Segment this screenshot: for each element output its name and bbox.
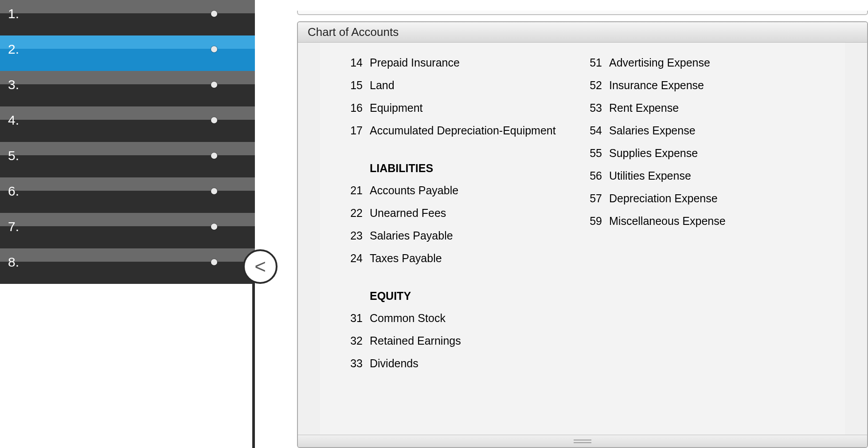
- account-name: Depreciation Expense: [609, 193, 718, 204]
- sidebar-step-label: 4.: [8, 113, 19, 128]
- sidebar-step-5[interactable]: 5.: [0, 142, 255, 177]
- account-number: 21: [347, 185, 363, 196]
- account-row: 32Retained Earnings: [347, 330, 568, 352]
- status-dot-icon: [211, 224, 217, 230]
- account-number: 14: [347, 57, 363, 68]
- account-number: 56: [586, 170, 602, 181]
- account-number: 16: [347, 102, 363, 114]
- chart-of-accounts-panel: Chart of Accounts 14Prepaid Insurance15L…: [297, 21, 868, 448]
- sidebar-step-label: 7.: [8, 219, 19, 234]
- account-row: 31Common Stock: [347, 307, 568, 330]
- account-row: 53Rent Expense: [586, 97, 746, 119]
- sidebar-step-2[interactable]: 2.: [0, 35, 255, 71]
- sidebar-step-4[interactable]: 4.: [0, 106, 255, 142]
- account-name: Unearned Fees: [370, 208, 446, 219]
- account-number: 52: [586, 80, 602, 91]
- account-number: 17: [347, 125, 363, 136]
- account-row: 23Salaries Payable: [347, 224, 568, 247]
- sidebar-step-label: 1.: [8, 6, 19, 21]
- account-number: 15: [347, 80, 363, 91]
- sidebar-step-label: 3.: [8, 77, 19, 92]
- main-area: Chart of Accounts 14Prepaid Insurance15L…: [297, 0, 868, 448]
- account-name: Utilities Expense: [609, 170, 691, 181]
- account-name: Salaries Payable: [370, 230, 453, 241]
- account-name: Rent Expense: [609, 102, 679, 114]
- account-row: 55Supplies Expense: [586, 142, 746, 165]
- account-section-heading: LIABILITIES: [347, 142, 568, 179]
- panel-header: Chart of Accounts: [298, 22, 867, 43]
- sidebar-step-label: 5.: [8, 148, 19, 163]
- account-row: 14Prepaid Insurance: [347, 51, 568, 74]
- account-name: Salaries Expense: [609, 125, 696, 136]
- sidebar-step-label: 6.: [8, 184, 19, 199]
- sidebar-step-label: 2.: [8, 42, 19, 57]
- account-number: 59: [586, 216, 602, 227]
- sidebar-step-3[interactable]: 3.: [0, 71, 255, 106]
- account-number: 23: [347, 230, 363, 241]
- status-dot-icon: [211, 82, 217, 88]
- account-number: 57: [586, 193, 602, 204]
- account-row: 21Accounts Payable: [347, 179, 568, 202]
- account-name: Accounts Payable: [370, 185, 458, 196]
- account-section-heading: EQUITY: [347, 270, 568, 307]
- account-number: 33: [347, 358, 363, 369]
- account-name: Advertising Expense: [609, 57, 710, 68]
- account-row: 24Taxes Payable: [347, 247, 568, 270]
- account-number: 22: [347, 208, 363, 219]
- collapse-sidebar-button[interactable]: <: [243, 249, 278, 284]
- account-name: Dividends: [370, 358, 418, 369]
- account-row: 59Miscellaneous Expense: [586, 210, 746, 232]
- account-row: 16Equipment: [347, 97, 568, 119]
- step-sidebar: 1.2.3.4.5.6.7.8.: [0, 0, 255, 448]
- account-row: 17Accumulated Depreciation-Equipment: [347, 119, 568, 142]
- status-dot-icon: [211, 11, 217, 17]
- account-name: Insurance Expense: [609, 80, 704, 91]
- accounts-column-left: 14Prepaid Insurance15Land16Equipment17Ac…: [347, 51, 568, 375]
- resize-grip-icon: [574, 440, 591, 443]
- account-name: Prepaid Insurance: [370, 57, 460, 68]
- account-row: 56Utilities Expense: [586, 165, 746, 187]
- account-name: Equipment: [370, 102, 423, 114]
- account-number: 32: [347, 335, 363, 346]
- account-number: 24: [347, 253, 363, 264]
- panel-body: 14Prepaid Insurance15Land16Equipment17Ac…: [298, 43, 867, 435]
- account-row: 15Land: [347, 74, 568, 97]
- sidebar-step-6[interactable]: 6.: [0, 177, 255, 213]
- account-name: Taxes Payable: [370, 253, 442, 264]
- panel-resize-footer[interactable]: [298, 435, 867, 447]
- account-row: 54Salaries Expense: [586, 119, 746, 142]
- chevron-left-icon: <: [254, 255, 266, 278]
- account-row: 51Advertising Expense: [586, 51, 746, 74]
- accounts-column-right: 51Advertising Expense52Insurance Expense…: [586, 51, 746, 375]
- account-row: 33Dividends: [347, 352, 568, 375]
- sidebar-step-7[interactable]: 7.: [0, 213, 255, 248]
- status-dot-icon: [211, 188, 217, 194]
- panel-title: Chart of Accounts: [308, 25, 399, 39]
- account-row: 22Unearned Fees: [347, 202, 568, 224]
- status-dot-icon: [211, 153, 217, 159]
- account-number: 55: [586, 148, 602, 159]
- previous-panel-sliver: [297, 11, 868, 15]
- account-row: 52Insurance Expense: [586, 74, 746, 97]
- sidebar-step-1[interactable]: 1.: [0, 0, 255, 35]
- sidebar-step-label: 8.: [8, 255, 19, 270]
- account-number: 51: [586, 57, 602, 68]
- account-name: Supplies Expense: [609, 148, 698, 159]
- account-number: 54: [586, 125, 602, 136]
- status-dot-icon: [211, 46, 217, 52]
- sidebar-step-8[interactable]: 8.: [0, 248, 255, 284]
- content-card: 14Prepaid Insurance15Land16Equipment17Ac…: [320, 43, 845, 435]
- status-dot-icon: [211, 259, 217, 265]
- account-name: Common Stock: [370, 313, 446, 324]
- account-name: Miscellaneous Expense: [609, 216, 726, 227]
- account-number: 53: [586, 102, 602, 114]
- account-row: 57Depreciation Expense: [586, 187, 746, 210]
- account-name: Retained Earnings: [370, 335, 461, 346]
- status-dot-icon: [211, 117, 217, 123]
- account-name: Land: [370, 80, 395, 91]
- account-number: 31: [347, 313, 363, 324]
- account-name: Accumulated Depreciation-Equipment: [370, 125, 556, 136]
